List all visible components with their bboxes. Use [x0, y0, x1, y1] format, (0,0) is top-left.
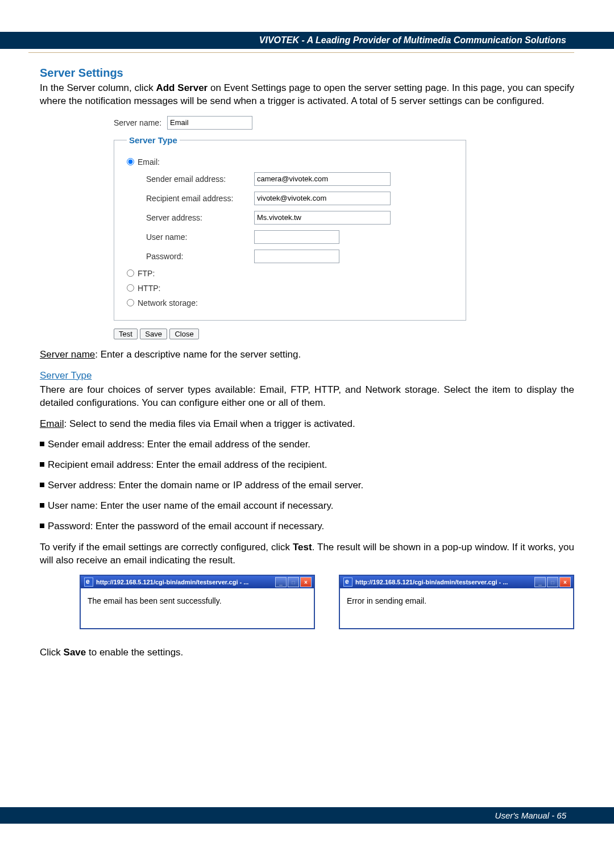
section-intro: In the Server column, click Add Server o… — [40, 82, 574, 108]
list-item: Server address: Enter the domain name or… — [40, 480, 574, 491]
popup-titlebar: http://192.168.5.121/cgi-bin/admin/tests… — [340, 576, 573, 588]
radio-ftp[interactable] — [127, 269, 134, 277]
recipient-email-label: Recipient email address: — [146, 194, 254, 203]
close-button[interactable]: Close — [169, 329, 198, 339]
server-address-input[interactable] — [254, 211, 391, 225]
close-icon[interactable]: × — [300, 577, 312, 587]
maximize-icon[interactable]: □ — [288, 577, 299, 587]
sender-email-label: Sender email address: — [146, 175, 254, 184]
radio-network-row[interactable]: Network storage: — [127, 298, 453, 308]
brand-text: VIVOTEK - A Leading Provider of Multimed… — [259, 35, 566, 45]
server-settings-panel: Server name: Server Type Email: Sender e… — [114, 116, 466, 339]
list-item: Recipient email address: Enter the email… — [40, 459, 574, 471]
section-title: Server Settings — [40, 67, 574, 80]
list-item: User name: Enter the user name of the em… — [40, 500, 574, 512]
bullet-icon — [40, 442, 44, 446]
bullet-icon — [40, 483, 44, 487]
list-item: Password: Enter the password of the emai… — [40, 521, 574, 532]
radio-network[interactable] — [127, 299, 134, 306]
server-type-legend: Server Type — [127, 135, 180, 145]
test-explain: To verify if the email settings are corr… — [40, 541, 574, 567]
radio-email-row[interactable]: Email: — [127, 157, 453, 167]
minimize-icon[interactable]: _ — [275, 577, 287, 587]
radio-ftp-label: FTP: — [138, 269, 155, 278]
popup-success: http://192.168.5.121/cgi-bin/admin/tests… — [80, 575, 315, 629]
page-header-bar: VIVOTEK - A Leading Provider of Multimed… — [0, 32, 614, 49]
save-button[interactable]: Save — [140, 329, 167, 339]
popup-body-text: Error in sending email. — [340, 588, 573, 628]
radio-http[interactable] — [127, 284, 134, 292]
button-row: Test Save Close — [114, 329, 466, 339]
password-input[interactable] — [254, 250, 339, 263]
user-name-input[interactable] — [254, 230, 339, 244]
server-name-label: Server name: — [114, 118, 161, 127]
bullet-icon — [40, 524, 44, 528]
server-name-input[interactable] — [167, 116, 252, 130]
server-type-text: There are four choices of server types a… — [40, 384, 574, 410]
maximize-icon[interactable]: □ — [547, 577, 558, 587]
list-item: Sender email address: Enter the email ad… — [40, 439, 574, 450]
ie-icon — [84, 578, 93, 587]
email-fields: Sender email address: Recipient email ad… — [146, 172, 453, 263]
close-icon[interactable]: × — [559, 577, 571, 587]
server-type-fieldset: Server Type Email: Sender email address:… — [114, 135, 466, 321]
popup-titlebar: http://192.168.5.121/cgi-bin/admin/tests… — [81, 576, 314, 588]
sender-email-input[interactable] — [254, 172, 391, 186]
popup-title-text: http://192.168.5.121/cgi-bin/admin/tests… — [96, 579, 275, 585]
minimize-icon[interactable]: _ — [534, 577, 546, 587]
server-address-label: Server address: — [146, 213, 254, 222]
popup-row: http://192.168.5.121/cgi-bin/admin/tests… — [80, 575, 574, 629]
test-button[interactable]: Test — [114, 329, 138, 339]
server-name-explain: Server name: Enter a descriptive name fo… — [40, 348, 574, 362]
after-popups-text: Click Save to enable the settings. — [40, 646, 574, 659]
popup-body-text: The email has been sent successfully. — [81, 588, 314, 628]
user-name-label: User name: — [146, 232, 254, 242]
email-explain: Email: Select to send the media files vi… — [40, 418, 574, 431]
radio-http-label: HTTP: — [138, 284, 160, 293]
popup-title-text: http://192.168.5.121/cgi-bin/admin/tests… — [355, 579, 534, 585]
radio-email-label: Email: — [138, 157, 160, 167]
ie-icon — [343, 578, 352, 587]
header-divider — [28, 52, 574, 53]
popup-error: http://192.168.5.121/cgi-bin/admin/tests… — [339, 575, 574, 629]
radio-email[interactable] — [127, 158, 134, 165]
radio-http-row[interactable]: HTTP: — [127, 284, 453, 293]
radio-ftp-row[interactable]: FTP: — [127, 269, 453, 278]
radio-network-label: Network storage: — [138, 298, 198, 308]
page-footer: User's Manual - 65 — [0, 807, 614, 824]
server-type-heading: Server Type — [40, 370, 92, 381]
bullet-icon — [40, 503, 44, 508]
password-label: Password: — [146, 252, 254, 261]
bullet-icon — [40, 462, 44, 467]
footer-text: User's Manual - 65 — [495, 811, 566, 820]
recipient-email-input[interactable] — [254, 192, 391, 205]
